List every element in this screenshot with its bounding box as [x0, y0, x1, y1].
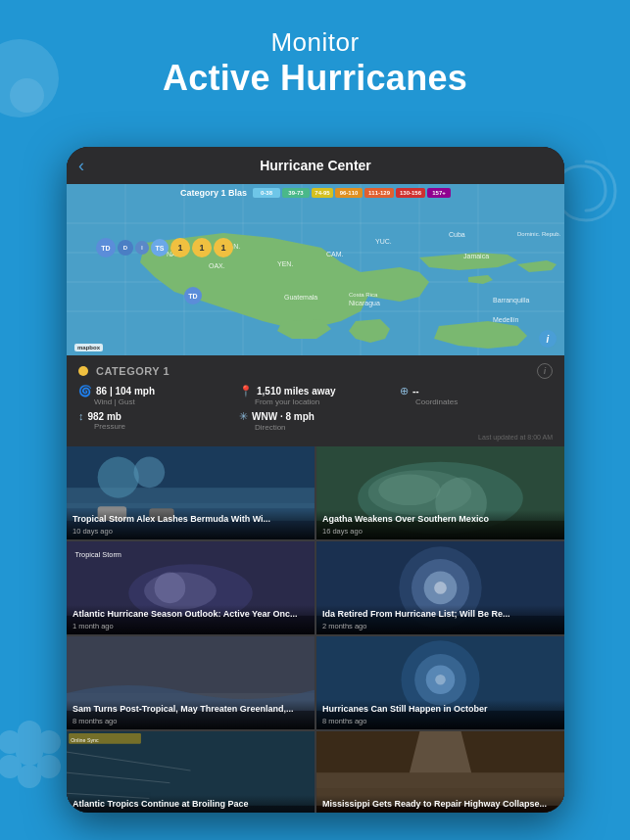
map-label-oax: OAX. — [209, 262, 225, 269]
direction-label: Direction — [255, 423, 392, 432]
cat-seg-6: 157+ — [427, 188, 451, 198]
news-time: 10 days ago — [73, 527, 309, 536]
storm-icon-td1: TD — [96, 238, 116, 257]
map-info-icon[interactable]: i — [539, 330, 557, 348]
header-area: Monitor Active Hurricanes — [0, 0, 630, 117]
storm-icon-td2: TD — [184, 287, 202, 304]
header-monitor-text: Monitor — [20, 27, 610, 58]
storm-info-header: CATEGORY 1 i — [78, 363, 553, 379]
stat-wind: 🌀 86 | 104 mph Wind | Gust — [78, 385, 231, 406]
nav-title: Hurricane Center — [260, 158, 371, 173]
news-overlay: Atlantic Hurricane Season Outlook: Activ… — [67, 605, 315, 634]
map-label-yuc: YUC. — [375, 238, 392, 245]
distance-icon: 📍 — [239, 385, 253, 397]
news-title: Mississippi Gets Ready to Repair Highway… — [322, 799, 558, 810]
stat-pressure: ↕ 982 mb Pressure — [78, 410, 231, 432]
stat-empty — [400, 410, 553, 432]
category-bar: Category 1 Blas 0-38 39-73 74-95 96-110 … — [180, 188, 451, 198]
storm-track: TD D I TS 1 1 1 — [96, 238, 233, 257]
map-label-nicaragua: Nicaragua — [349, 300, 380, 306]
news-item[interactable]: Hurricanes Can Still Happen in October 8… — [316, 636, 564, 729]
news-item[interactable]: Mississippi Gets Ready to Repair Highway… — [316, 731, 564, 813]
map-section: NAY. GUAN. OAX. YEN. CAM. YUC. Cuba Jama… — [67, 184, 564, 355]
cat-seg-5: 130-156 — [396, 188, 425, 198]
storm-icon-1b: 1 — [192, 238, 212, 257]
map-label-medellin: Medellín — [493, 316, 518, 323]
map-label-barranquilla: Barranquilla — [493, 297, 529, 303]
news-time: 8 months ago — [73, 717, 309, 725]
map-label-yen: YEN. — [277, 260, 293, 267]
header-title-text: Active Hurricanes — [20, 58, 610, 99]
svg-point-52 — [435, 675, 446, 685]
cat-seg-2: 74-95 — [312, 188, 333, 198]
news-title: Agatha Weakens Over Southern Mexico — [322, 514, 558, 525]
storm-icon-ts: TS — [151, 239, 169, 257]
bg-decoration-circle-tl2 — [10, 78, 44, 113]
news-overlay: Tropical Storm Alex Lashes Bermuda With … — [67, 510, 315, 539]
storm-icon-1c: 1 — [214, 238, 233, 257]
last-updated: Last updated at 8:00 AM — [78, 434, 553, 441]
info-button[interactable]: i — [537, 363, 553, 379]
news-overlay: Atlantic Tropics Continue at Broiling Pa… — [67, 795, 315, 813]
map-label-dominica: Dominic. Repub. — [517, 231, 560, 237]
map-label-cuba: Cuba — [449, 231, 465, 238]
news-grid: Tropical Storm Alex Lashes Bermuda With … — [67, 446, 564, 813]
wind-label: Wind | Gust — [94, 397, 231, 406]
svg-point-23 — [134, 457, 166, 489]
news-title: Atlantic Hurricane Season Outlook: Activ… — [73, 609, 309, 620]
news-time: 16 days ago — [322, 527, 558, 536]
pressure-value: 982 mb — [88, 411, 121, 422]
svg-point-22 — [98, 457, 139, 498]
map-label-cam: CAM. — [326, 251, 344, 257]
news-item[interactable]: Online Sync Atlantic Tropics Continue at… — [67, 731, 315, 813]
map-label-costa-rica: Costa Rica — [349, 292, 377, 298]
app-content: ‹ Hurricane Center — [67, 147, 564, 813]
news-title: Atlantic Tropics Continue at Broiling Pa… — [73, 799, 309, 810]
back-button[interactable]: ‹ — [78, 156, 84, 176]
news-time: 9 months ago — [73, 812, 309, 813]
category-name: CATEGORY 1 — [96, 365, 170, 377]
news-time: 8 months ago — [322, 717, 558, 725]
news-time: 2 months ago — [322, 622, 558, 630]
pressure-icon: ↕ — [78, 410, 84, 422]
news-overlay: Sam Turns Post-Tropical, May Threaten Gr… — [67, 700, 315, 729]
cat-seg-0: 0-38 — [253, 188, 280, 198]
stat-direction: ✳ WNW · 8 mph Direction — [239, 410, 392, 432]
svg-point-37 — [155, 573, 186, 604]
storm-category-label: Category 1 Blas — [180, 188, 247, 198]
news-time: 9 months ago — [322, 812, 558, 813]
news-title: Tropical Storm Alex Lashes Bermuda With … — [73, 514, 309, 525]
coordinates-label: Coordinates — [415, 397, 553, 406]
storm-info-panel: CATEGORY 1 i 🌀 86 | 104 mph Wind | Gust … — [67, 355, 564, 446]
map-label-jamaica: Jamaica — [463, 253, 489, 259]
news-overlay: Hurricanes Can Still Happen in October 8… — [316, 700, 564, 729]
news-overlay: Mississippi Gets Ready to Repair Highway… — [316, 795, 564, 813]
direction-value: WNW · 8 mph — [252, 411, 315, 422]
storm-stats: 🌀 86 | 104 mph Wind | Gust 📍 1,510 miles… — [78, 385, 553, 432]
map-background — [67, 184, 564, 355]
cat-seg-3: 96-110 — [335, 188, 363, 198]
news-item[interactable]: Agatha Weakens Over Southern Mexico 16 d… — [316, 446, 564, 539]
stat-distance: 📍 1,510 miles away From your location — [239, 385, 392, 406]
cat-seg-4: 111-129 — [364, 188, 394, 198]
news-item[interactable]: Tropical Storm Atlantic Hurricane Season… — [67, 541, 315, 634]
coordinates-icon: ⊕ — [400, 385, 409, 397]
stat-coordinates: ⊕ -- Coordinates — [400, 385, 553, 406]
news-item[interactable]: Sam Turns Post-Tropical, May Threaten Gr… — [67, 636, 315, 729]
distance-label: From your location — [255, 397, 392, 406]
bg-decoration-flower-bl — [0, 713, 69, 791]
svg-point-30 — [378, 474, 440, 505]
news-title: Hurricanes Can Still Happen in October — [322, 704, 558, 715]
news-item[interactable]: Tropical Storm Alex Lashes Bermuda With … — [67, 446, 315, 539]
coordinates-value: -- — [412, 386, 419, 397]
mapbox-logo: mapbox — [74, 344, 103, 351]
distance-value: 1,510 miles away — [257, 386, 336, 397]
wind-value: 86 | 104 mph — [96, 386, 155, 397]
news-overlay: Ida Retired From Hurricane List; Will Be… — [316, 605, 564, 634]
storm-icon-d: D — [118, 240, 133, 256]
svg-point-43 — [434, 582, 447, 594]
news-overlay: Agatha Weakens Over Southern Mexico 16 d… — [316, 510, 564, 539]
nav-bar: ‹ Hurricane Center — [67, 147, 564, 184]
cat-seg-1: 39-73 — [282, 188, 310, 198]
news-item[interactable]: Ida Retired From Hurricane List; Will Be… — [316, 541, 564, 634]
